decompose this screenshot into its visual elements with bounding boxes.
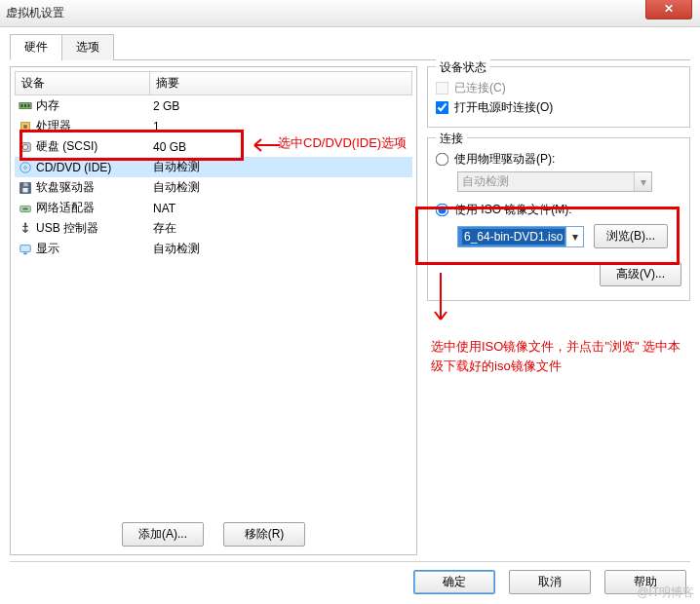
tab-strip: 硬件 选项	[10, 33, 690, 60]
device-summary: 2 GB	[153, 99, 408, 113]
table-row[interactable]: 软盘驱动器自动检测	[15, 177, 412, 198]
connected-row[interactable]: 已连接(C)	[436, 80, 681, 96]
window-title: 虚拟机设置	[6, 5, 64, 21]
physical-radio[interactable]	[436, 153, 449, 167]
iso-file-text: 6_64-bin-DVD1.iso	[462, 229, 564, 245]
tab-hardware[interactable]: 硬件	[10, 34, 62, 60]
device-name: 显示	[36, 241, 59, 257]
table-row[interactable]: 显示自动检测	[15, 239, 412, 259]
table-row[interactable]: 处理器1	[15, 116, 412, 136]
device-summary: 自动检测	[153, 179, 408, 196]
ok-button[interactable]: 确定	[413, 570, 495, 594]
device-name: USB 控制器	[36, 220, 98, 237]
iso-radio[interactable]	[436, 204, 449, 217]
svg-rect-1	[21, 104, 23, 107]
physical-drive-row[interactable]: 使用物理驱动器(P):	[436, 151, 681, 168]
titlebar: 虚拟机设置 ✕	[0, 0, 700, 27]
dialog-footer: 确定 取消 帮助	[10, 561, 690, 594]
device-name: 硬盘 (SCSI)	[36, 138, 97, 155]
table-row[interactable]: USB 控制器存在	[15, 218, 412, 239]
svg-rect-14	[22, 208, 27, 210]
tab-options[interactable]: 选项	[61, 34, 114, 60]
remove-button[interactable]: 移除(R)	[223, 522, 305, 547]
cancel-button[interactable]: 取消	[509, 570, 591, 594]
svg-rect-17	[23, 252, 27, 254]
device-name: 处理器	[36, 118, 71, 134]
device-name: CD/DVD (IDE)	[36, 161, 111, 174]
advanced-button[interactable]: 高级(V)...	[600, 262, 681, 286]
poweron-row[interactable]: 打开电源时连接(O)	[436, 99, 681, 116]
physical-label: 使用物理驱动器(P):	[454, 151, 555, 168]
svg-rect-2	[24, 104, 26, 107]
device-summary: 存在	[153, 220, 408, 237]
device-summary: 1	[153, 120, 408, 133]
device-status-group: 设备状态 已连接(C) 打开电源时连接(O)	[427, 66, 690, 128]
svg-rect-5	[23, 125, 27, 129]
poweron-checkbox[interactable]	[436, 101, 449, 115]
watermark: @IT明博客	[637, 585, 694, 601]
device-summary: 自动检测	[153, 159, 408, 175]
physical-combo[interactable]: 自动检测 ▾	[457, 171, 652, 192]
browse-button[interactable]: 浏览(B)...	[594, 224, 668, 248]
iso-file-combo[interactable]: 6_64-bin-DVD1.iso ▾	[457, 226, 584, 247]
connection-legend: 连接	[436, 131, 467, 147]
svg-rect-16	[20, 245, 31, 251]
device-name: 网络适配器	[36, 200, 95, 216]
device-summary: 40 GB	[153, 140, 408, 154]
connected-checkbox[interactable]	[436, 82, 449, 95]
table-row[interactable]: 内存2 GB	[15, 95, 412, 116]
svg-rect-3	[28, 104, 30, 107]
device-name: 软盘驱动器	[36, 179, 95, 196]
physical-combo-text: 自动检测	[462, 173, 509, 190]
header-summary: 摘要	[150, 72, 411, 94]
iso-row[interactable]: 使用 ISO 镜像文件(M):	[436, 202, 681, 218]
device-summary: 自动检测	[153, 241, 408, 257]
close-icon: ✕	[664, 2, 674, 16]
chevron-down-icon: ▾	[565, 227, 583, 246]
svg-rect-12	[23, 182, 27, 186]
list-header: 设备 摘要	[15, 71, 412, 95]
iso-label: 使用 ISO 镜像文件(M):	[454, 202, 572, 218]
close-button[interactable]: ✕	[645, 0, 692, 19]
svg-point-9	[24, 166, 27, 169]
device-list: 内存2 GB处理器1硬盘 (SCSI)40 GBCD/DVD (IDE)自动检测…	[15, 95, 412, 259]
device-status-legend: 设备状态	[436, 59, 490, 76]
chevron-down-icon: ▾	[634, 172, 651, 191]
hardware-panel: 设备 摘要 内存2 GB处理器1硬盘 (SCSI)40 GBCD/DVD (ID…	[10, 66, 417, 555]
poweron-label: 打开电源时连接(O)	[454, 99, 553, 116]
header-device: 设备	[16, 72, 150, 94]
svg-point-7	[22, 144, 27, 149]
table-row[interactable]: 网络适配器NAT	[15, 198, 412, 218]
svg-point-15	[24, 222, 26, 224]
svg-rect-11	[22, 188, 27, 192]
device-summary: NAT	[153, 202, 408, 215]
table-row[interactable]: CD/DVD (IDE)自动检测	[15, 157, 412, 177]
connection-group: 连接 使用物理驱动器(P): 自动检测 ▾ 使用 ISO 镜像文件(M):	[427, 137, 690, 301]
device-name: 内存	[36, 97, 59, 114]
add-button[interactable]: 添加(A)...	[122, 522, 204, 547]
table-row[interactable]: 硬盘 (SCSI)40 GB	[15, 136, 412, 157]
connected-label: 已连接(C)	[454, 80, 506, 96]
